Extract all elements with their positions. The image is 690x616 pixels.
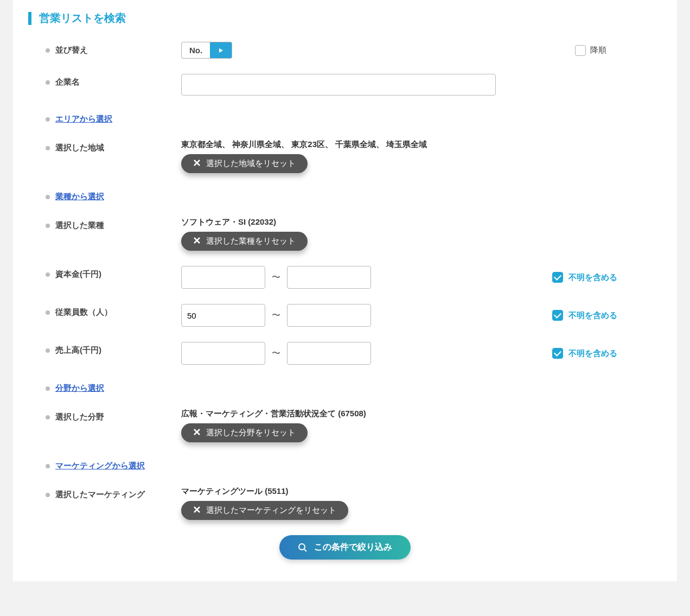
selected-area-text: 東京都全域、 神奈川県全域、 東京23区、 千葉県全域、 埼玉県全域: [181, 139, 644, 150]
employees-max-input[interactable]: [287, 304, 371, 327]
employees-unknown-label: 不明を含める: [568, 310, 617, 321]
svg-point-9: [299, 544, 305, 550]
reset-field-button[interactable]: 選択した分野をリセット: [181, 423, 308, 442]
close-icon: [193, 237, 201, 246]
sort-dropdown-button[interactable]: [210, 42, 232, 58]
sales-unknown-label: 不明を含める: [568, 348, 617, 359]
selected-industry-label: 選択した業種: [55, 220, 104, 231]
reset-industry-label: 選択した業種をリセット: [206, 236, 296, 246]
page-title-bar: 営業リストを検索: [13, 0, 677, 26]
capital-unknown-checkbox[interactable]: [552, 272, 563, 283]
selected-area-label: 選択した地域: [55, 143, 104, 153]
reset-marketing-label: 選択したマーケティングをリセット: [206, 505, 336, 516]
capital-min-input[interactable]: [181, 266, 265, 289]
range-separator: 〜: [272, 348, 280, 359]
employees-min-input[interactable]: [181, 304, 265, 327]
reset-area-button[interactable]: 選択した地域をリセット: [181, 154, 308, 173]
selected-marketing-text: マーケティングツール (5511): [181, 486, 644, 497]
desc-label: 降順: [590, 45, 606, 55]
employees-unknown-checkbox[interactable]: [552, 310, 563, 321]
svg-marker-0: [219, 48, 223, 53]
bullet-icon: [46, 117, 50, 122]
bullet-icon: [46, 195, 50, 199]
industry-select-link[interactable]: 業種から選択: [55, 192, 104, 202]
bullet-icon: [46, 146, 50, 150]
close-icon: [193, 159, 201, 168]
selected-field-text: 広報・マーケティング・営業活動状況全て (67508): [181, 409, 644, 419]
company-label: 企業名: [55, 77, 80, 87]
sort-select[interactable]: No.: [181, 42, 232, 59]
sort-label: 並び替え: [55, 45, 88, 55]
search-icon: [298, 543, 308, 553]
bullet-icon: [46, 415, 50, 420]
capital-unknown-label: 不明を含める: [568, 272, 617, 283]
reset-marketing-button[interactable]: 選択したマーケティングをリセット: [181, 501, 348, 520]
close-icon: [193, 428, 201, 437]
bullet-icon: [46, 464, 50, 468]
bullet-icon: [46, 386, 50, 391]
selected-industry-text: ソフトウェア・SI (22032): [181, 217, 644, 227]
bullet-icon: [46, 272, 50, 277]
area-select-link[interactable]: エリアから選択: [55, 114, 112, 124]
selected-marketing-label: 選択したマーケティング: [55, 490, 145, 500]
bullet-icon: [46, 80, 50, 85]
field-select-link[interactable]: 分野から選択: [55, 383, 104, 393]
reset-industry-button[interactable]: 選択した業種をリセット: [181, 232, 308, 251]
title-accent: [28, 12, 31, 25]
marketing-select-link[interactable]: マーケティングから選択: [55, 461, 145, 471]
bullet-icon: [46, 224, 50, 228]
bullet-icon: [46, 348, 50, 353]
submit-label: この条件で絞り込み: [314, 542, 392, 553]
sales-max-input[interactable]: [287, 342, 371, 365]
submit-button[interactable]: この条件で絞り込み: [279, 535, 411, 560]
bullet-icon: [46, 493, 50, 497]
close-icon: [193, 506, 201, 515]
range-separator: 〜: [272, 310, 280, 321]
sales-label: 売上高(千円): [55, 345, 101, 355]
sales-min-input[interactable]: [181, 342, 265, 365]
bullet-icon: [46, 48, 50, 53]
company-input[interactable]: [181, 74, 496, 96]
range-separator: 〜: [272, 272, 280, 283]
employees-label: 従業員数（人）: [55, 307, 112, 317]
sales-unknown-checkbox[interactable]: [552, 348, 563, 359]
capital-max-input[interactable]: [287, 266, 371, 289]
reset-area-label: 選択した地域をリセット: [206, 158, 296, 169]
play-icon: [218, 47, 224, 54]
sort-value: No.: [182, 42, 210, 58]
svg-line-10: [304, 549, 306, 551]
page-title: 営業リストを検索: [39, 11, 126, 26]
bullet-icon: [46, 310, 50, 315]
desc-checkbox[interactable]: [575, 45, 586, 56]
reset-field-label: 選択した分野をリセット: [206, 428, 296, 438]
selected-field-label: 選択した分野: [55, 412, 104, 422]
capital-label: 資本金(千円): [55, 269, 101, 280]
